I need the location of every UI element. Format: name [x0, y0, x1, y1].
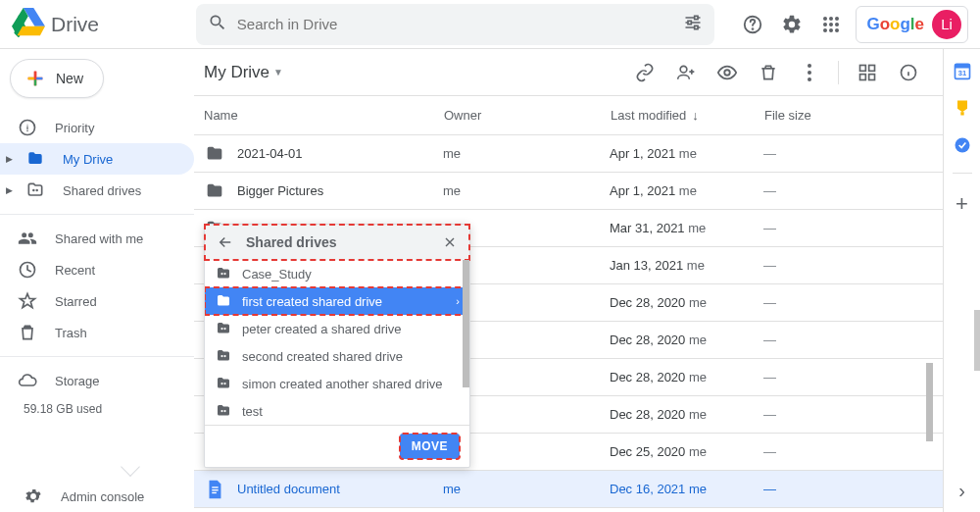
google-logo-text: Google [866, 15, 924, 34]
popover-item[interactable]: first created shared drive› [205, 287, 469, 315]
avatar[interactable]: Li [932, 10, 961, 39]
sidebar-item-admin-console[interactable]: Admin console [0, 486, 144, 506]
search-tune-icon[interactable] [683, 13, 703, 35]
chevron-right-icon: › [456, 295, 460, 307]
search-bar[interactable] [196, 4, 715, 45]
popover-item-label: peter created a shared drive [242, 322, 402, 336]
google-account-chip[interactable]: Google Li [856, 6, 968, 43]
doc-icon [204, 479, 225, 500]
file-size: — [763, 444, 861, 459]
scrollbar-window[interactable] [974, 310, 980, 371]
help-icon[interactable] [734, 6, 771, 43]
svg-point-16 [829, 28, 833, 32]
column-owner[interactable]: Owner [444, 108, 611, 123]
add-people-icon[interactable] [669, 56, 703, 89]
sidebar-item-my-drive[interactable]: ▶ My Drive [0, 143, 194, 175]
popover-item[interactable]: Case_Study [205, 260, 469, 287]
preview-icon[interactable] [710, 56, 744, 89]
sidebar-item-storage[interactable]: Storage [0, 365, 194, 396]
details-icon[interactable] [892, 56, 925, 89]
add-addon-icon[interactable]: + [956, 191, 968, 217]
file-modified: Dec 16, 2021 me [610, 482, 763, 496]
column-name[interactable]: Name [204, 108, 444, 123]
popover-item-label: simon created another shared drive [242, 377, 443, 391]
popover-header: Shared drives [205, 225, 469, 260]
file-owner: me [443, 146, 610, 161]
svg-point-50 [223, 383, 225, 384]
svg-point-8 [753, 28, 754, 29]
scrollbar-popover[interactable] [463, 260, 469, 387]
table-row[interactable]: 2021-04-01meApr 1, 2021 me— [194, 135, 943, 173]
close-icon[interactable] [438, 230, 462, 254]
svg-rect-34 [212, 489, 218, 490]
file-size: — [763, 482, 861, 496]
popover-item[interactable]: test [205, 397, 469, 425]
drive-logo-icon [12, 8, 45, 41]
search-icon [208, 13, 227, 35]
tasks-icon[interactable] [953, 135, 972, 155]
svg-point-21 [35, 189, 38, 192]
svg-point-15 [823, 28, 827, 32]
svg-point-9 [823, 17, 827, 21]
sidebar-item-trash[interactable]: Trash [0, 317, 194, 348]
scrollbar-track-main[interactable] [926, 363, 933, 441]
popover-item[interactable]: peter created a shared drive [205, 315, 469, 342]
search-input[interactable] [227, 16, 684, 32]
popover-item[interactable]: simon created another shared drive [205, 370, 469, 397]
sidebar-item-recent[interactable]: Recent [0, 254, 194, 285]
table-row[interactable]: Untitled documentmeDec 16, 2021 me— [194, 471, 943, 508]
svg-point-25 [808, 64, 811, 68]
app-header: Drive Google Li [0, 0, 980, 49]
sidebar-item-shared-with-me[interactable]: Shared with me [0, 223, 194, 254]
more-actions-icon[interactable] [793, 56, 826, 89]
svg-point-24 [724, 70, 730, 76]
file-size: — [763, 370, 861, 384]
delete-icon[interactable] [752, 56, 785, 89]
sidebar-item-label: Priority [55, 121, 94, 135]
svg-point-52 [223, 410, 225, 412]
svg-point-17 [835, 28, 839, 32]
sidebar-item-shared-drives[interactable]: ▶ Shared drives [0, 175, 194, 206]
svg-point-10 [829, 17, 833, 21]
gear-icon[interactable] [773, 6, 810, 43]
new-button-label: New [56, 71, 83, 86]
breadcrumb-label: My Drive [204, 63, 270, 82]
shared-drive-icon [215, 375, 232, 392]
popover-item[interactable]: second created shared drive [205, 342, 469, 370]
sidebar-item-label: Shared drives [63, 183, 141, 198]
svg-rect-35 [212, 491, 217, 492]
file-name: 2021-04-01 [237, 146, 443, 161]
folder-icon [204, 143, 225, 165]
logo-section[interactable]: Drive [12, 8, 196, 41]
back-icon[interactable] [213, 230, 238, 255]
sidebar-item-label: Shared with me [55, 231, 143, 246]
new-button[interactable]: New [10, 59, 104, 98]
sidebar: New Priority ▶ My Drive ▶ Shared drives … [0, 49, 194, 512]
file-size: — [763, 407, 861, 422]
sidebar-item-label: My Drive [63, 152, 113, 167]
move-button[interactable]: MOVE [400, 434, 460, 459]
move-popover: Shared drives Case_Studyfirst created sh… [204, 224, 470, 468]
sidebar-item-priority[interactable]: Priority [0, 112, 194, 143]
keep-icon[interactable] [953, 98, 972, 118]
chevron-right-icon: ▶ [6, 185, 14, 195]
svg-point-41 [220, 273, 222, 275]
sort-down-icon: ↓ [692, 108, 699, 123]
file-modified: Dec 28, 2020 me [610, 333, 763, 347]
apps-grid-icon[interactable] [812, 6, 850, 43]
popover-item-label: Case_Study [242, 267, 312, 282]
table-row[interactable]: Bigger PicturesmeApr 1, 2021 me— [194, 173, 943, 210]
file-modified: Dec 28, 2020 me [610, 407, 763, 422]
svg-point-20 [32, 189, 35, 192]
sidebar-item-starred[interactable]: Starred [0, 285, 194, 317]
svg-text:31: 31 [957, 69, 965, 77]
get-link-icon[interactable] [628, 56, 662, 89]
breadcrumb[interactable]: My Drive ▼ [204, 63, 283, 82]
layout-grid-icon[interactable] [851, 56, 884, 89]
calendar-icon[interactable]: 31 [953, 61, 972, 80]
column-modified[interactable]: Last modified↓ [611, 108, 764, 123]
popover-title: Shared drives [246, 234, 430, 250]
chevron-right-icon[interactable]: › [958, 480, 965, 502]
svg-rect-37 [955, 64, 969, 68]
column-size[interactable]: File size [764, 108, 862, 123]
